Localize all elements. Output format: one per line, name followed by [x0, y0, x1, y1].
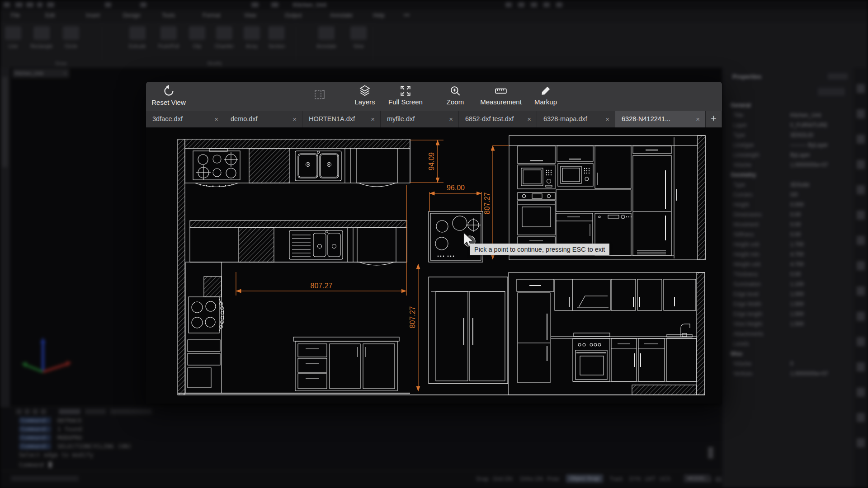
elevation-bottom-right	[429, 272, 705, 395]
dim-807-bottom: 807.27	[311, 282, 333, 290]
viewer-tab[interactable]: 3dface.dxf ×	[146, 111, 224, 127]
markup-button[interactable]: Markup	[531, 85, 560, 106]
full-screen-icon	[400, 85, 411, 97]
viewer-tab[interactable]: 6852-dxf test.dxf ×	[459, 111, 537, 127]
new-tab-button[interactable]: +	[706, 111, 722, 127]
tab-close-icon[interactable]: ×	[605, 111, 609, 127]
dim-94-09: 94.09	[428, 152, 435, 170]
viewer-tab[interactable]: HORTEN1A.dxf ×	[302, 111, 381, 127]
toolbar-separator	[432, 84, 432, 109]
viewer-tab[interactable]: 6328-mapa.dxf ×	[537, 111, 615, 127]
plan-view	[178, 139, 705, 395]
tab-close-icon[interactable]: ×	[696, 111, 700, 127]
pick-point-tooltip: Pick a point to continue, pressing ESC t…	[470, 244, 609, 255]
dim-807-mid: 807.27	[409, 306, 416, 328]
dim-96-00: 96.00	[447, 184, 465, 192]
sheets-button[interactable]	[310, 88, 330, 102]
elevation-top-right	[509, 136, 705, 260]
tab-close-icon[interactable]: ×	[371, 111, 375, 127]
markup-icon	[540, 85, 552, 97]
layers-button[interactable]: Layers	[348, 85, 382, 106]
reset-view-icon	[163, 85, 175, 97]
zoom-button[interactable]: Zoom	[440, 85, 471, 106]
zoom-icon	[449, 85, 461, 97]
measurement-icon	[495, 85, 507, 97]
tab-close-icon[interactable]: ×	[214, 111, 218, 127]
viewer-tab[interactable]: demo.dxf ×	[224, 111, 302, 127]
reset-view-button[interactable]: Reset View	[147, 85, 190, 106]
tab-close-icon[interactable]: ×	[527, 111, 531, 127]
kitchen-plan-drawing: 94.09 96.00 807.27 807.27 807.27	[146, 127, 722, 404]
layers-icon	[359, 85, 371, 97]
measurement-button[interactable]: Measurement	[475, 85, 527, 106]
sheets-icon	[313, 88, 326, 101]
viewer-tab[interactable]: myfile.dxf ×	[381, 111, 459, 127]
viewer-tab[interactable]: 6328-N412241... ×	[615, 111, 706, 127]
dxf-viewer-modal: Reset View Layers Full Screen	[146, 82, 722, 404]
viewer-toolbar: Reset View Layers Full Screen	[146, 82, 722, 111]
viewer-tab-bar: 3dface.dxf × demo.dxf × HORTEN1A.dxf × m…	[146, 111, 722, 127]
tab-close-icon[interactable]: ×	[292, 111, 297, 127]
dim-807-right: 807.27	[483, 192, 491, 214]
dxf-canvas[interactable]: 94.09 96.00 807.27 807.27 807.27 Pick a …	[146, 127, 722, 404]
tab-close-icon[interactable]: ×	[449, 111, 453, 127]
full-screen-button[interactable]: Full Screen	[384, 85, 427, 106]
